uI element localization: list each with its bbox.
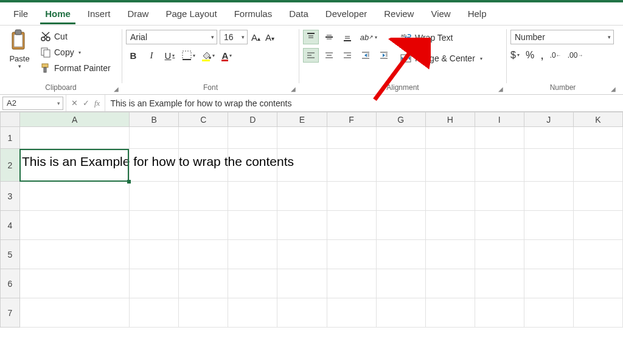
row-header[interactable]: 4 (1, 211, 20, 240)
wrap-text-button[interactable]: ab c Wrap Text (398, 30, 489, 46)
orientation-button[interactable]: ab↗▾ (358, 30, 380, 44)
cell[interactable] (179, 240, 228, 269)
cell[interactable] (277, 182, 327, 211)
column-header[interactable]: G (376, 112, 425, 127)
column-header[interactable]: J (524, 112, 573, 127)
row-header[interactable]: 1 (1, 127, 20, 149)
align-middle-button[interactable] (321, 30, 337, 44)
cell[interactable] (524, 240, 573, 269)
cell[interactable] (573, 269, 622, 298)
tab-draw[interactable]: Draw (119, 4, 157, 24)
cell[interactable] (130, 240, 179, 269)
alignment-launcher[interactable]: ◢ (496, 84, 505, 93)
cell[interactable] (327, 269, 376, 298)
underline-button[interactable]: U▾ (162, 48, 177, 63)
cut-button[interactable]: Cut (38, 30, 113, 43)
tab-formulas[interactable]: Formulas (226, 4, 281, 24)
copy-button[interactable]: Copy ▾ (38, 46, 113, 59)
enter-formula-button[interactable]: ✓ (83, 98, 89, 108)
cell[interactable] (475, 182, 524, 211)
number-format-select[interactable]: Number ▾ (510, 30, 614, 44)
cell[interactable] (573, 211, 622, 240)
cell[interactable] (475, 127, 524, 149)
align-bottom-button[interactable] (339, 30, 355, 44)
font-color-button[interactable]: A ▾ (220, 48, 234, 63)
column-header[interactable]: H (425, 112, 475, 127)
increase-font-button[interactable]: A▴ (250, 31, 262, 44)
cell[interactable] (524, 298, 573, 328)
cell[interactable] (425, 269, 475, 298)
row-header[interactable]: 3 (1, 182, 20, 211)
tab-page-layout[interactable]: Page Layout (157, 4, 225, 24)
cell[interactable] (425, 298, 475, 328)
cell[interactable] (20, 240, 130, 269)
column-header[interactable]: A (20, 112, 130, 127)
merge-center-button[interactable]: a Merge & Center ▾ (398, 50, 489, 66)
cell[interactable] (228, 127, 277, 149)
cell[interactable] (425, 149, 475, 182)
tab-view[interactable]: View (422, 4, 459, 24)
cell[interactable] (573, 298, 622, 328)
row-header[interactable]: 6 (1, 269, 20, 298)
cell[interactable] (376, 240, 425, 269)
font-name-select[interactable]: Arial ▾ (126, 30, 217, 44)
cell[interactable] (376, 211, 425, 240)
tab-data[interactable]: Data (280, 4, 317, 24)
cell[interactable] (277, 240, 327, 269)
increase-decimal-button[interactable]: .0← (550, 51, 562, 60)
cell[interactable] (327, 298, 376, 328)
column-header[interactable]: I (475, 112, 524, 127)
percent-button[interactable]: % (526, 50, 534, 61)
name-box[interactable]: A2 ▾ (2, 97, 63, 110)
row-header[interactable]: 2 (1, 149, 20, 182)
increase-indent-button[interactable] (376, 48, 392, 63)
align-center-button[interactable] (321, 48, 337, 63)
cell[interactable] (327, 127, 376, 149)
bold-button[interactable]: B (126, 48, 141, 63)
cell[interactable] (376, 149, 425, 182)
tab-help[interactable]: Help (459, 4, 495, 24)
tab-home[interactable]: Home (37, 4, 79, 24)
fx-button[interactable]: fx (94, 98, 100, 108)
cell[interactable] (475, 240, 524, 269)
align-top-button[interactable] (303, 30, 319, 44)
cell[interactable] (277, 211, 327, 240)
cell[interactable] (130, 211, 179, 240)
cell[interactable] (376, 182, 425, 211)
cell[interactable] (376, 269, 425, 298)
cell[interactable] (20, 211, 130, 240)
cell[interactable] (130, 127, 179, 149)
column-header[interactable]: B (130, 112, 179, 127)
column-header[interactable]: D (228, 112, 277, 127)
row-header[interactable]: 7 (1, 298, 20, 328)
decrease-indent-button[interactable] (358, 48, 374, 63)
cell[interactable] (524, 269, 573, 298)
cell[interactable] (475, 298, 524, 328)
cell[interactable] (376, 127, 425, 149)
cell[interactable] (228, 269, 277, 298)
cell[interactable] (327, 240, 376, 269)
cell[interactable] (277, 298, 327, 328)
column-header[interactable]: E (277, 112, 327, 127)
cell[interactable] (376, 298, 425, 328)
cell[interactable] (425, 127, 475, 149)
cell[interactable] (20, 127, 130, 149)
paste-button[interactable]: Paste ▾ (4, 27, 35, 70)
comma-style-button[interactable]: , (540, 48, 544, 62)
cell[interactable] (179, 269, 228, 298)
cell[interactable] (20, 269, 130, 298)
align-left-button[interactable] (303, 48, 319, 63)
spreadsheet-grid[interactable]: A B C D E F G H I J K 1 2 3 4 5 (0, 112, 623, 328)
formula-input[interactable] (105, 95, 623, 111)
decrease-decimal-button[interactable]: .00→ (568, 51, 583, 60)
cell[interactable] (425, 182, 475, 211)
cell[interactable] (179, 298, 228, 328)
cell[interactable] (524, 149, 573, 182)
cell[interactable] (475, 269, 524, 298)
decrease-font-button[interactable]: A▾ (264, 31, 276, 44)
number-launcher[interactable]: ◢ (609, 84, 618, 93)
column-header[interactable]: F (327, 112, 376, 127)
cell[interactable] (20, 298, 130, 328)
format-painter-button[interactable]: Format Painter (38, 61, 113, 75)
cell[interactable] (425, 240, 475, 269)
